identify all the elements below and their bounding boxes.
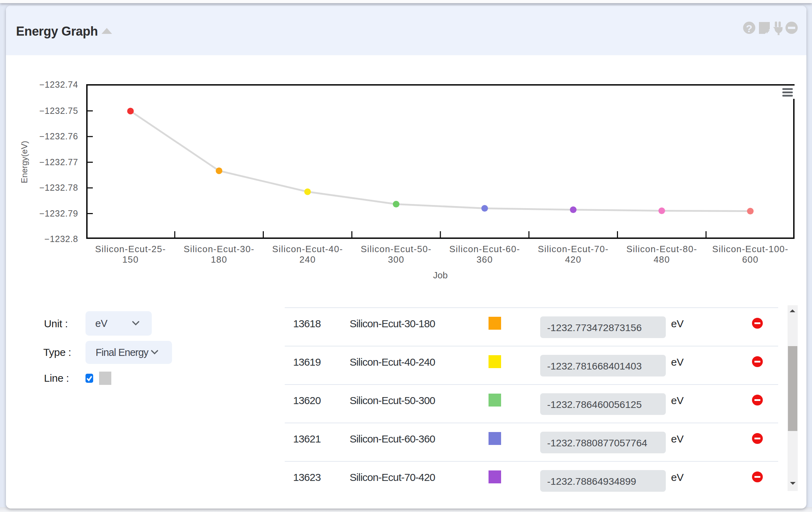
svg-text:Silicon-Ecut-25-: Silicon-Ecut-25- xyxy=(95,244,166,254)
svg-text:−1232.74: −1232.74 xyxy=(39,80,78,89)
svg-text:Silicon-Ecut-40-: Silicon-Ecut-40- xyxy=(272,244,343,254)
svg-text:Silicon-Ecut-70-: Silicon-Ecut-70- xyxy=(538,244,609,254)
svg-text:300: 300 xyxy=(388,254,404,265)
svg-text:600: 600 xyxy=(742,254,759,265)
svg-text:−1232.78: −1232.78 xyxy=(39,183,78,192)
svg-text:240: 240 xyxy=(299,254,316,265)
svg-text:Job: Job xyxy=(433,270,448,280)
svg-text:Energy(eV): Energy(eV) xyxy=(20,141,29,183)
svg-text:180: 180 xyxy=(211,254,227,265)
svg-text:Silicon-Ecut-60-: Silicon-Ecut-60- xyxy=(449,244,520,254)
svg-text:Silicon-Ecut-30-: Silicon-Ecut-30- xyxy=(184,244,254,254)
svg-text:−1232.79: −1232.79 xyxy=(39,209,78,218)
svg-text:360: 360 xyxy=(476,254,493,265)
svg-text:−1232.77: −1232.77 xyxy=(39,157,78,167)
svg-text:Silicon-Ecut-80-: Silicon-Ecut-80- xyxy=(626,244,697,254)
svg-text:150: 150 xyxy=(122,254,139,265)
svg-text:−1232.75: −1232.75 xyxy=(39,106,78,116)
svg-text:Silicon-Ecut-50-: Silicon-Ecut-50- xyxy=(361,244,432,254)
svg-text:?: ? xyxy=(746,23,752,34)
svg-text:480: 480 xyxy=(654,254,670,265)
svg-text:−1232.8: −1232.8 xyxy=(44,234,78,244)
svg-text:−1232.76: −1232.76 xyxy=(39,131,78,141)
svg-text:420: 420 xyxy=(565,254,581,265)
svg-text:Silicon-Ecut-100-: Silicon-Ecut-100- xyxy=(712,244,788,254)
